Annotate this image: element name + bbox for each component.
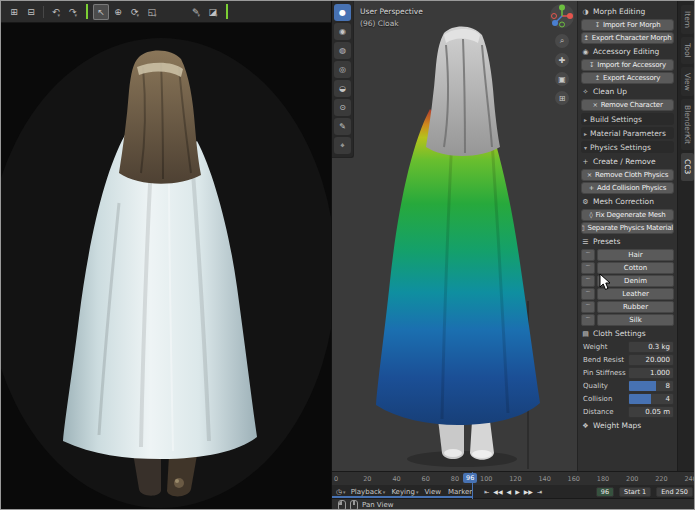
viewport-nav-button[interactable]: ▣ — [555, 72, 569, 86]
brush-tool-button[interactable]: ✎▾ — [188, 4, 204, 20]
transport-button[interactable]: ▶▶ — [524, 488, 533, 495]
viewport-tool-button[interactable]: ⌖ — [334, 137, 351, 154]
left-render-viewport[interactable] — [1, 23, 331, 510]
left-app-toolbar: ⊞ ⊟ ↶▾ ↷▾ ↖ ⊕ ⟳▾ ◱▾ ✎▾ ◪▾ — [1, 1, 331, 23]
transport-button[interactable]: ▶ — [515, 488, 520, 495]
3d-viewport[interactable]: User Perspective (96) Cloak ●◉◍◎◒⊙✎⌖ ⌕✚▣… — [332, 1, 577, 471]
panel-button[interactable]: ◫ Separate Physics Materials — [581, 222, 674, 234]
viewport-tool-button[interactable]: ◉ — [334, 23, 351, 40]
sidebar-tab[interactable]: Tool — [681, 37, 694, 64]
preset-button[interactable]: Denim — [597, 275, 674, 287]
panel-fold-header[interactable]: ▾ Physics Settings — [581, 141, 674, 153]
scale-tool-button[interactable]: ◱▾ — [144, 4, 160, 20]
sidebar-tab[interactable]: CC3 — [681, 153, 694, 180]
timeline-tick-label: 100 — [480, 475, 492, 483]
orientation-gizmo[interactable] — [549, 3, 575, 29]
timeline-menu[interactable]: Playback ▾ — [351, 488, 386, 496]
sidebar-tab[interactable]: View — [681, 67, 694, 97]
viewport-tool-button[interactable]: ✎ — [334, 118, 351, 135]
viewport-tool-button[interactable]: ⊙ — [334, 99, 351, 116]
panel-section-header: ⚙ Mesh Correction — [581, 195, 674, 208]
field-value[interactable]: 1.000 — [628, 367, 674, 379]
button-icon: ◫ — [581, 224, 585, 232]
move-tool-button[interactable]: ⊕ — [110, 4, 126, 20]
timeline-menu[interactable]: Keying ▾ — [391, 488, 418, 496]
sidebar-tab[interactable]: Item — [681, 5, 694, 34]
left-character-render — [1, 23, 331, 510]
panel-button[interactable]: ↥ Export Accessory — [581, 72, 674, 84]
viewport-nav-button[interactable]: ✚ — [555, 53, 569, 67]
select-tool-button[interactable]: ↖ — [93, 4, 109, 20]
timeline-tick-label: 20 — [363, 475, 371, 483]
physics-preset-icon[interactable]: ⌒ — [581, 275, 595, 287]
panel-fold-header[interactable]: ▸ Material Parameters — [581, 127, 674, 139]
current-frame-field[interactable]: 96 — [596, 487, 614, 497]
transport-button[interactable]: ⇤ — [484, 488, 489, 495]
button-label: Import for Accessory — [597, 61, 666, 69]
physics-preset-icon[interactable]: ⌒ — [581, 301, 595, 313]
physics-preset-icon[interactable]: ⌒ — [581, 314, 595, 326]
undo-button[interactable]: ↶▾ — [48, 4, 64, 20]
viewport-nav-button[interactable]: ⌕ — [555, 34, 569, 48]
field-value[interactable]: 0.3 kg — [628, 341, 674, 353]
panel-button[interactable]: + Add Collision Physics — [581, 182, 674, 194]
preset-button[interactable]: Cotton — [597, 262, 674, 274]
preset-row: ⌒ Leather — [581, 288, 674, 300]
button-icon: × — [592, 101, 597, 109]
transport-button[interactable]: ◀ — [507, 488, 512, 495]
transport-button[interactable]: ◀◀ — [493, 488, 502, 495]
slider[interactable]: 8 — [628, 380, 674, 392]
frame-start-field[interactable]: Start 1 — [619, 487, 651, 497]
panel-fold-header[interactable]: ▸ Build Settings — [581, 113, 674, 125]
timeline-menu[interactable]: View — [424, 488, 442, 496]
viewport-tool-column: ●◉◍◎◒⊙✎⌖ — [332, 1, 354, 158]
slider-value-text: 8 — [666, 382, 670, 390]
viewport-tool-button[interactable]: ● — [334, 4, 351, 21]
slider[interactable]: 4 — [628, 393, 674, 405]
section-icon: ▤ — [581, 330, 590, 338]
viewport-tool-button[interactable]: ◎ — [334, 61, 351, 78]
frame-end-field[interactable]: End 250 — [656, 487, 693, 497]
preset-button[interactable]: Rubber — [597, 301, 674, 313]
panel-button[interactable]: ◊ Fix Degenerate Mesh — [581, 209, 674, 221]
viewport-nav-button[interactable]: ⊞ — [555, 91, 569, 105]
field-value[interactable]: 0.05 m — [628, 406, 674, 418]
transport-button[interactable]: ⇥ — [537, 488, 542, 495]
timeline-menu[interactable]: Marker — [448, 488, 473, 496]
panel-button[interactable]: × Remove Character — [581, 99, 674, 111]
slider-fill — [629, 381, 656, 391]
panel-button[interactable]: ↧ Import for Accessory — [581, 59, 674, 71]
physics-preset-icon[interactable]: ⌒ — [581, 262, 595, 274]
panel-button[interactable]: ↧ Import For Morph — [581, 19, 674, 31]
preset-button[interactable]: Hair — [597, 249, 674, 261]
preset-button[interactable]: Leather — [597, 288, 674, 300]
rotate-tool-button[interactable]: ⟳▾ — [127, 4, 143, 20]
editor-type-button[interactable]: ◷ ▾ — [336, 488, 346, 496]
physics-preset-icon[interactable]: ⌒ — [581, 249, 595, 261]
panel-button[interactable]: × Remove Cloth Physics — [581, 169, 674, 181]
nav-icon: ▣ — [558, 75, 566, 84]
redo-button[interactable]: ↷▾ — [65, 4, 81, 20]
eraser-tool-button[interactable]: ◪▾ — [205, 4, 221, 20]
import-content-icon: ⊞ — [10, 7, 18, 17]
sidebar-tab[interactable]: BlenderKit — [681, 99, 694, 150]
field-value-text: 20.000 — [646, 356, 671, 364]
button-icon: × — [587, 171, 592, 179]
timeline-editor[interactable]: 020406080100120140160180200220240 96 ◷ ▾… — [332, 471, 695, 498]
current-frame-badge[interactable]: 96 — [463, 473, 477, 483]
panel-button[interactable]: ↥ Export Character Morph — [581, 32, 674, 44]
viewport-tool-button[interactable]: ◍ — [334, 42, 351, 59]
timeline-ruler[interactable]: 020406080100120140160180200220240 — [332, 472, 695, 485]
export-content-button[interactable]: ⊟ — [23, 4, 39, 20]
physics-preset-icon[interactable]: ⌒ — [581, 288, 595, 300]
nav-icon: ⊞ — [559, 94, 566, 103]
fold-label: Physics Settings — [590, 143, 651, 152]
preset-button[interactable]: Silk — [597, 314, 674, 326]
timeline-tick-label: 60 — [422, 475, 430, 483]
import-content-button[interactable]: ⊞ — [6, 4, 22, 20]
mouse-middle-drag-icon — [350, 500, 358, 510]
field-value[interactable]: 20.000 — [628, 354, 674, 366]
viewport-tool-button[interactable]: ◒ — [334, 80, 351, 97]
tool-icon: ⊙ — [339, 103, 346, 112]
fold-label: Build Settings — [590, 115, 642, 124]
